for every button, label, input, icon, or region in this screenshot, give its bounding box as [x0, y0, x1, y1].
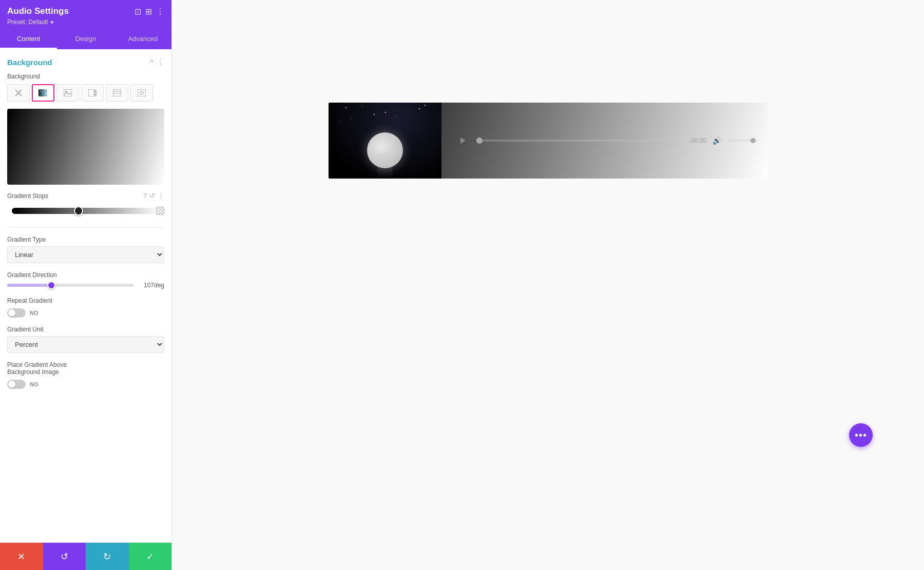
gradient-slider-end — [156, 207, 164, 215]
background-type-row — [7, 84, 164, 102]
repeat-gradient-toggle[interactable] — [7, 308, 26, 318]
gradient-stops-icons: ? ↺ ⋮ — [143, 192, 164, 200]
sidebar-header-icons: ⊡ ⊞ ⋮ — [134, 7, 164, 16]
expand-icon[interactable]: ⊡ — [134, 7, 141, 16]
play-icon — [460, 137, 466, 144]
sidebar-body: Background ^ ⋮ Background — [0, 49, 171, 542]
repeat-gradient-toggle-wrap: NO — [7, 308, 164, 318]
background-label: Background — [7, 73, 164, 80]
sidebar-title: Audio Settings — [7, 6, 69, 16]
gradient-direction-label: Gradient Direction — [7, 271, 164, 279]
gradient-stops-help[interactable]: ? — [143, 192, 147, 200]
gradient-unit-select[interactable]: Percent Pixel — [7, 336, 164, 353]
svg-rect-7 — [88, 89, 94, 96]
gradient-unit-label: Gradient Unit — [7, 326, 164, 333]
bg-type-none[interactable] — [7, 84, 30, 102]
gradient-stops-reset[interactable]: ↺ — [149, 192, 155, 200]
sidebar-bottom: ✕ ↺ ↻ ✓ — [0, 542, 171, 570]
volume-thumb[interactable] — [750, 138, 756, 143]
place-gradient-label: Place Gradient Above Background Image — [7, 361, 164, 376]
place-gradient-toggle[interactable] — [7, 380, 26, 389]
more-icon[interactable]: ⋮ — [156, 7, 164, 16]
preset-arrow[interactable]: ▼ — [49, 19, 54, 25]
gradient-stops-label: Gradient Stops — [7, 192, 48, 200]
gradient-slider-thumb[interactable] — [74, 206, 83, 215]
repeat-gradient-row: Repeat Gradient NO — [7, 297, 164, 318]
preset-label: Preset: Default — [7, 18, 48, 26]
moon-reflection — [377, 153, 393, 179]
svg-rect-8 — [113, 89, 121, 96]
gradient-slider-track — [12, 208, 160, 214]
section-title: Background — [7, 58, 52, 67]
gradient-direction-slider[interactable] — [7, 284, 133, 287]
bg-type-video[interactable] — [81, 84, 104, 102]
progress-thumb[interactable] — [476, 137, 483, 144]
section-header-icons: ^ ⋮ — [150, 57, 164, 67]
repeat-gradient-label: Repeat Gradient — [7, 297, 164, 304]
repeat-gradient-value: NO — [30, 310, 38, 316]
gradient-direction-fill — [7, 284, 51, 287]
gradient-type-select[interactable]: Linear Radial Conic — [7, 246, 164, 263]
gradient-type-row: Gradient Type Linear Radial Conic — [7, 236, 164, 263]
place-gradient-toggle-wrap: NO — [7, 380, 164, 389]
section-more-icon[interactable]: ⋮ — [157, 57, 164, 67]
sidebar: Audio Settings ⊡ ⊞ ⋮ Preset: Default ▼ C… — [0, 0, 172, 570]
redo-button[interactable]: ↻ — [86, 543, 129, 570]
place-gradient-row: Place Gradient Above Background Image NO — [7, 361, 164, 389]
gradient-direction-thumb[interactable] — [47, 281, 55, 289]
tab-content[interactable]: Content — [0, 30, 57, 49]
bg-type-image[interactable] — [56, 84, 79, 102]
undo-button[interactable]: ↺ — [43, 543, 86, 570]
progress-bar[interactable] — [476, 140, 677, 142]
cancel-button[interactable]: ✕ — [0, 543, 43, 570]
sidebar-header: Audio Settings ⊡ ⊞ ⋮ Preset: Default ▼ — [0, 0, 171, 30]
bg-type-mask[interactable] — [130, 84, 153, 102]
main-content: -00:00 🔊 ••• — [172, 0, 924, 570]
volume-slider[interactable] — [727, 140, 758, 142]
gradient-stops-row: Gradient Stops ? ↺ ⋮ — [7, 192, 164, 200]
background-section-header: Background ^ ⋮ — [7, 57, 164, 67]
gradient-direction-value: 107deg — [139, 282, 164, 289]
play-button[interactable] — [456, 133, 470, 148]
fab-icon: ••• — [855, 429, 867, 441]
moon-scene — [329, 103, 441, 179]
gradient-direction-control: 107deg — [7, 282, 164, 289]
volume-icon[interactable]: 🔊 — [713, 136, 721, 145]
fab-button[interactable]: ••• — [849, 423, 873, 447]
tab-design[interactable]: Design — [57, 30, 114, 49]
gradient-preview — [7, 109, 164, 185]
audio-player: -00:00 🔊 — [329, 103, 767, 179]
bg-type-pattern[interactable] — [106, 84, 128, 102]
gradient-direction-row: Gradient Direction 107deg — [7, 271, 164, 289]
gradient-type-label: Gradient Type — [7, 236, 164, 243]
svg-rect-11 — [138, 89, 146, 96]
collapse-icon[interactable]: ^ — [150, 58, 153, 67]
time-display: -00:00 — [683, 137, 706, 144]
gradient-unit-row: Gradient Unit Percent Pixel — [7, 326, 164, 353]
preset-row: Preset: Default ▼ — [7, 18, 164, 26]
place-gradient-value: NO — [30, 381, 38, 387]
tabs: Content Design Advanced — [0, 30, 171, 49]
audio-bg-image — [329, 103, 441, 179]
bg-type-gradient[interactable] — [32, 84, 54, 102]
split-icon[interactable]: ⊞ — [145, 7, 152, 16]
svg-point-12 — [140, 91, 143, 94]
gradient-stops-more[interactable]: ⋮ — [158, 192, 164, 200]
gradient-slider[interactable] — [7, 205, 164, 217]
tab-advanced[interactable]: Advanced — [114, 30, 171, 49]
divider — [7, 227, 164, 228]
confirm-button[interactable]: ✓ — [129, 543, 172, 570]
